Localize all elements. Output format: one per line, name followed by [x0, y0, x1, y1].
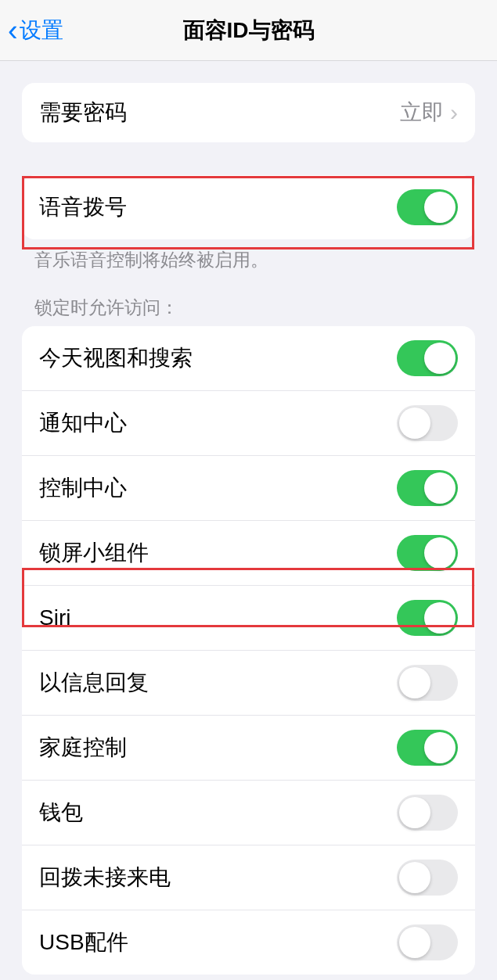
page-title: 面容ID与密码 — [183, 16, 315, 45]
lock-access-toggle[interactable] — [397, 535, 458, 571]
lock-access-label: 以信息回复 — [39, 668, 149, 698]
toggle-knob — [424, 537, 456, 569]
back-button[interactable]: ‹ 设置 — [0, 16, 63, 45]
lock-access-row: Siri — [22, 585, 475, 650]
lock-access-label: 今天视图和搜索 — [39, 343, 193, 373]
lock-access-toggle[interactable] — [397, 340, 458, 376]
lock-access-row: 回拨未接来电 — [22, 845, 475, 910]
require-passcode-row[interactable]: 需要密码 立即 › — [22, 83, 475, 142]
lock-access-label: USB配件 — [39, 928, 128, 957]
toggle-knob — [399, 407, 430, 439]
require-passcode-group: 需要密码 立即 › — [22, 83, 475, 142]
lock-access-row: USB配件 — [22, 910, 475, 975]
lock-access-label: 通知中心 — [39, 408, 127, 438]
toggle-knob — [424, 343, 456, 374]
lock-access-toggle[interactable] — [397, 405, 458, 441]
voice-dial-toggle[interactable] — [397, 189, 458, 225]
toggle-knob — [424, 602, 456, 634]
lock-access-label: Siri — [39, 605, 70, 630]
lock-access-row: 以信息回复 — [22, 650, 475, 715]
lock-access-toggle[interactable] — [397, 924, 458, 960]
lock-access-toggle[interactable] — [397, 470, 458, 506]
toggle-knob — [399, 927, 430, 958]
toggle-knob — [399, 862, 430, 893]
lock-access-row: 锁屏小组件 — [22, 520, 475, 585]
toggle-knob — [399, 797, 430, 828]
lock-access-label: 回拨未接来电 — [39, 863, 171, 892]
toggle-knob — [399, 667, 430, 698]
lock-access-label: 控制中心 — [39, 473, 127, 503]
lock-access-row: 通知中心 — [22, 390, 475, 455]
lock-access-toggle[interactable] — [397, 730, 458, 766]
chevron-right-icon: › — [450, 99, 458, 126]
lock-access-toggle[interactable] — [397, 665, 458, 701]
voice-dial-label: 语音拨号 — [39, 192, 127, 222]
lock-access-label: 钱包 — [39, 798, 83, 827]
voice-dial-row: 语音拨号 — [22, 175, 475, 239]
toggle-knob — [424, 472, 456, 504]
require-passcode-value: 立即 — [400, 98, 444, 127]
lock-access-row: 控制中心 — [22, 455, 475, 520]
nav-bar: ‹ 设置 面容ID与密码 — [0, 0, 497, 61]
toggle-knob — [424, 192, 456, 223]
lock-access-toggle[interactable] — [397, 600, 458, 636]
lock-access-row: 今天视图和搜索 — [22, 326, 475, 390]
require-passcode-label: 需要密码 — [39, 98, 127, 127]
chevron-left-icon: ‹ — [8, 16, 18, 45]
lock-access-group: 今天视图和搜索通知中心控制中心锁屏小组件Siri以信息回复家庭控制钱包回拨未接来… — [22, 326, 475, 975]
lock-access-row: 钱包 — [22, 780, 475, 845]
lock-access-row: 家庭控制 — [22, 715, 475, 780]
lock-access-toggle[interactable] — [397, 860, 458, 896]
back-label: 设置 — [20, 16, 63, 45]
lock-access-label: 锁屏小组件 — [39, 538, 149, 568]
voice-dial-group: 语音拨号 — [22, 175, 475, 239]
lock-access-label: 家庭控制 — [39, 733, 127, 763]
lock-access-header: 锁定时允许访问： — [34, 296, 463, 320]
toggle-knob — [424, 732, 456, 763]
voice-dial-footer: 音乐语音控制将始终被启用。 — [34, 247, 463, 272]
lock-access-toggle[interactable] — [397, 795, 458, 831]
